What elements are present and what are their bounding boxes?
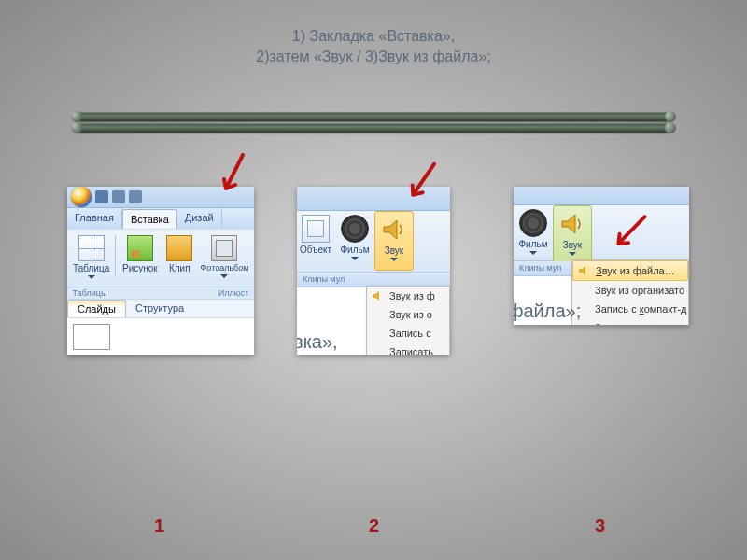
chevron-down-icon [390, 258, 398, 261]
qat-redo-icon[interactable] [129, 190, 142, 203]
ribbon-sound-button[interactable]: Звук [553, 205, 592, 265]
menu-item-sound-from-organizer[interactable]: Звук из организато [572, 281, 688, 300]
qat-undo-icon[interactable] [112, 190, 125, 203]
picture-icon [127, 235, 153, 261]
sound-dropdown-menu: Звук из файла… Звук из организато Запись… [571, 259, 689, 325]
clipart-icon [166, 235, 192, 261]
speaker-small-icon [577, 264, 590, 277]
chevron-down-icon [569, 252, 576, 256]
qat-save-icon[interactable] [95, 190, 108, 203]
ribbon-picture-button[interactable]: Рисунок [120, 233, 160, 279]
pane-tab-slides[interactable]: Слайды [67, 300, 126, 317]
chevron-down-icon [529, 251, 537, 255]
film-reel-icon [519, 209, 547, 237]
chevron-down-icon [351, 257, 359, 260]
tab-home[interactable]: Главная [67, 208, 122, 229]
chevron-down-icon [88, 275, 95, 279]
slide-title: 1) Закладка «Вставка», 2)затем «Звук / 3… [0, 0, 747, 66]
sound-dropdown-menu: Звук из ф Звук из о Запись с Записать [366, 286, 450, 355]
pane-tabs: Слайды Структура [67, 299, 254, 317]
group-label-illust: Иллюст [112, 288, 254, 298]
background-slide-text: файла»; [514, 301, 581, 322]
tab-insert[interactable]: Вставка [122, 209, 177, 229]
speaker-icon [558, 210, 586, 238]
screenshot-2: Объект Фильм Звук Клипы мул вка», [297, 187, 450, 355]
ribbon-movie-button[interactable]: Фильм [335, 211, 374, 271]
ribbon-insert: Таблица Рисунок Клип Фотоальбом [67, 229, 254, 287]
menu-item-record-sound[interactable]: Записать [367, 343, 449, 355]
quick-access-toolbar [67, 187, 254, 208]
title-line-2: 2)затем «Звук / 3)Звук из файла»; [256, 49, 490, 64]
ribbon-clip-button[interactable]: Клип [164, 233, 195, 279]
step-label-2: 2 [369, 515, 379, 537]
ribbon-media-group: Объект Фильм Звук [297, 211, 450, 273]
film-reel-icon [341, 215, 369, 243]
speaker-small-icon [371, 289, 384, 302]
decorative-divider [75, 112, 672, 136]
ribbon-photoalbum-button[interactable]: Фотоальбом [199, 233, 250, 279]
menu-item-record-from-cd[interactable]: Запись с компакт-д [572, 300, 688, 318]
slide-thumb-1[interactable] [73, 324, 110, 350]
pane-tab-structure[interactable]: Структура [126, 300, 193, 317]
ribbon-table-button[interactable]: Таблица [71, 233, 111, 279]
menu-item-record-from-cd[interactable]: Запись с [367, 324, 449, 343]
photoalbum-icon [211, 235, 237, 261]
title-line-1: 1) Закладка «Вставка», [292, 28, 455, 44]
menu-item-sound-from-file[interactable]: Звук из ф [367, 287, 449, 305]
object-icon [302, 215, 330, 243]
screenshot-3: Фильм Звук Клипы мул Звук из файла… Звук… [514, 187, 689, 325]
table-icon [78, 235, 105, 261]
office-button-icon[interactable] [71, 187, 92, 207]
slide-thumbnail-pane [67, 317, 254, 355]
speaker-icon [380, 216, 408, 244]
menu-item-record-sound[interactable]: Записать звук [572, 318, 688, 325]
chevron-down-icon [220, 274, 228, 278]
ribbon-movie-button[interactable]: Фильм [514, 205, 553, 265]
tab-design[interactable]: Дизай [177, 208, 222, 229]
step-label-1: 1 [154, 515, 164, 537]
menu-item-sound-from-file[interactable]: Звук из файла… [572, 260, 688, 281]
screenshot-1: Главная Вставка Дизай Таблица Рисунок Кл… [67, 187, 254, 355]
group-label-tables: Таблицы [67, 288, 112, 298]
ribbon-sound-button[interactable]: Звук [374, 211, 414, 271]
ribbon-object-button[interactable]: Объект [297, 211, 334, 271]
ribbon-tabs: Главная Вставка Дизай [67, 208, 254, 229]
ribbon-media-group: Фильм Звук [514, 205, 689, 261]
menu-item-sound-from-organizer[interactable]: Звук из о [367, 305, 449, 324]
background-slide-text: вка», [297, 331, 338, 353]
step-label-3: 3 [595, 515, 605, 537]
